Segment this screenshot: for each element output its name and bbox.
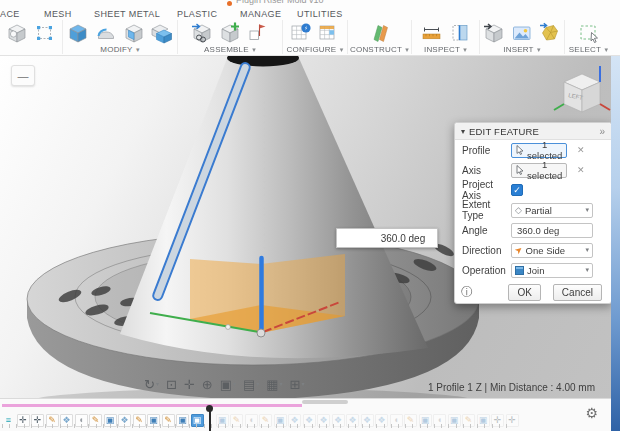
shell-icon[interactable]: [121, 20, 147, 45]
cursor-icon: [516, 165, 524, 175]
profile-select-button[interactable]: 1 selected: [511, 143, 567, 158]
expand-icon[interactable]: »: [599, 126, 605, 137]
toolbar-group-label-construct[interactable]: CONSTRUCT ▾: [350, 45, 409, 54]
angle-field[interactable]: [511, 223, 593, 238]
tab-manage[interactable]: MANAGE: [240, 9, 281, 19]
timeline-bar: ≡✛✛✎❖◖✎▣❖✎▣✎▣▣▣✎◖✎▣❖❖❖❖❖❖❖◖✎▣◖▣✎▣✛✛ ⚙: [0, 398, 611, 431]
toolbar-group-insert: INSERT ▾: [480, 20, 565, 54]
zoom-button[interactable]: ⊕: [200, 376, 215, 393]
display-settings-button[interactable]: ▤ ▾: [241, 376, 261, 393]
axis-label: Axis: [462, 165, 511, 176]
chevron-down-icon: ▾: [256, 376, 259, 393]
insert-mesh-icon[interactable]: [537, 20, 563, 45]
tab-sheet-metal[interactable]: SHEET METAL: [94, 9, 160, 19]
measure-icon[interactable]: [419, 20, 445, 45]
extent-type-dropdown[interactable]: ◇ Partial ▾: [511, 203, 593, 218]
partial-extent-icon: ◇: [515, 205, 522, 215]
chevron-down-icon: ▾: [280, 376, 283, 393]
zoom-window-button[interactable]: ▣ ▾: [218, 376, 238, 393]
angle-row: Angle: [455, 220, 611, 240]
toolbar-group-label-configure[interactable]: CONFIGURE ▾: [287, 45, 344, 54]
press-pull-icon[interactable]: [65, 20, 91, 45]
chevron-down-icon: ▾: [156, 376, 159, 393]
viewports-button[interactable]: ⊞ ▾: [288, 376, 307, 393]
dome-icon[interactable]: [93, 20, 119, 45]
one-side-arrow-icon: ➤: [513, 244, 525, 257]
origin-point[interactable]: [257, 329, 265, 337]
angle-label: Angle: [462, 225, 511, 236]
angle-overlay-input[interactable]: [337, 229, 469, 247]
toolbar-group-label-assemble[interactable]: ASSEMBLE ▾: [204, 45, 256, 54]
toolbar-group-label-modify[interactable]: MODIFY ▾: [100, 45, 139, 54]
toolbar-group-select: SELECT ▾: [565, 20, 612, 54]
zoom-icon: ⊕: [202, 376, 213, 393]
timeline-settings-gear-icon[interactable]: ⚙: [585, 405, 598, 421]
project-axis-row: Project Axis ✓: [455, 180, 611, 200]
toolbar-group-label-insert[interactable]: INSERT ▾: [503, 45, 540, 54]
tab-utilities[interactable]: UTILITIES: [297, 9, 343, 19]
axis-select-button[interactable]: 1 selected: [511, 163, 567, 178]
cancel-button[interactable]: Cancel: [553, 284, 602, 301]
combine-icon[interactable]: [149, 20, 175, 45]
toolbar-group-label-select[interactable]: SELECT ▾: [569, 45, 608, 54]
timeline-ruler-ticks: [2, 424, 512, 428]
chevron-down-icon: ▾: [301, 376, 304, 393]
profile-row: Profile 1 selected ✕: [455, 140, 611, 160]
timeline-scroll-thumb[interactable]: [302, 400, 348, 404]
config-table-icon[interactable]: [288, 20, 314, 45]
chevron-down-icon: ▾: [585, 206, 589, 214]
direction-label: Direction: [462, 245, 511, 256]
view-navigation-bar: ↻ ▾⊡✛⊕▣ ▾▤ ▾▦ ▾⊞ ▾: [142, 375, 307, 394]
extent-type-label: Extent Type: [462, 199, 511, 221]
pan-icon: ✛: [184, 376, 195, 393]
section-icon[interactable]: [447, 20, 473, 45]
desktop-edge-strip: [611, 56, 620, 431]
direction-row: Direction ➤ One Side ▾: [455, 240, 611, 260]
grid-layout-icon: ▦: [266, 376, 278, 393]
toolbar-group-label-create: [30, 45, 32, 54]
derive-icon[interactable]: [189, 20, 215, 45]
grid-layout-button[interactable]: ▦ ▾: [264, 376, 284, 393]
toolbar-group-modify: MODIFY ▾: [63, 20, 178, 54]
sphere-cube-icon[interactable]: [4, 20, 30, 45]
join-new-icon[interactable]: [217, 20, 243, 45]
operation-value: Join: [527, 265, 544, 276]
select-box-icon[interactable]: [576, 20, 602, 45]
insert-derive-icon[interactable]: [481, 20, 507, 45]
tab-plastic[interactable]: PLASTIC: [177, 9, 217, 19]
tab-mesh[interactable]: MESH: [44, 9, 72, 19]
dialog-header[interactable]: ▾ EDIT FEATURE »: [455, 123, 611, 140]
direction-dropdown[interactable]: ➤ One Side ▾: [511, 243, 593, 258]
viewcube-y-axis: [600, 104, 610, 110]
orbit-icon: ↻: [144, 376, 155, 393]
tab-surface[interactable]: ACE: [0, 9, 20, 19]
pan-button[interactable]: ✛: [182, 376, 197, 393]
project-axis-checkbox[interactable]: ✓: [511, 184, 523, 196]
insert-image-icon[interactable]: [509, 20, 535, 45]
project-axis-label: Project Axis: [462, 179, 511, 201]
planes-icon[interactable]: [367, 20, 393, 45]
form-box-icon[interactable]: [32, 20, 58, 45]
toolbar-group-inspect: INSPECT ▾: [412, 20, 480, 54]
axis-clear-icon[interactable]: ✕: [577, 165, 585, 175]
ok-button[interactable]: OK: [508, 284, 540, 301]
axis-value: 1 selected: [527, 159, 562, 181]
join-operation-icon: [515, 266, 524, 275]
chevron-down-icon: ▾: [233, 376, 236, 393]
operation-dropdown[interactable]: Join ▾: [511, 263, 593, 278]
toolbar-group-label-inspect[interactable]: INSPECT ▾: [424, 45, 467, 54]
collapse-icon[interactable]: ▾: [461, 127, 465, 136]
browser-panel-toggle[interactable]: —: [11, 65, 35, 86]
operation-label: Operation: [462, 265, 511, 276]
profile-clear-icon[interactable]: ✕: [577, 145, 585, 155]
chevron-down-icon: ▾: [585, 246, 589, 254]
extent-type-row: Extent Type ◇ Partial ▾: [455, 200, 611, 220]
app-header: Plugin Riser Mold v10 ACE MESH SHEET MET…: [0, 0, 620, 56]
look-at-button[interactable]: ⊡: [164, 376, 179, 393]
workspace-tabs: ACE MESH SHEET METAL PLASTIC MANAGE UTIL…: [0, 9, 620, 20]
orbit-button[interactable]: ↻ ▾: [142, 376, 161, 393]
3d-viewport[interactable]: — LEFT ⋮ ↻ ▾⊡✛⊕▣ ▾▤ ▾▦ ▾⊞ ▾ 1 Profile 1 …: [0, 56, 611, 398]
joint-flag-icon[interactable]: [245, 20, 271, 45]
info-icon[interactable]: ⓘ: [461, 284, 473, 301]
config-insert-icon[interactable]: [316, 20, 342, 45]
